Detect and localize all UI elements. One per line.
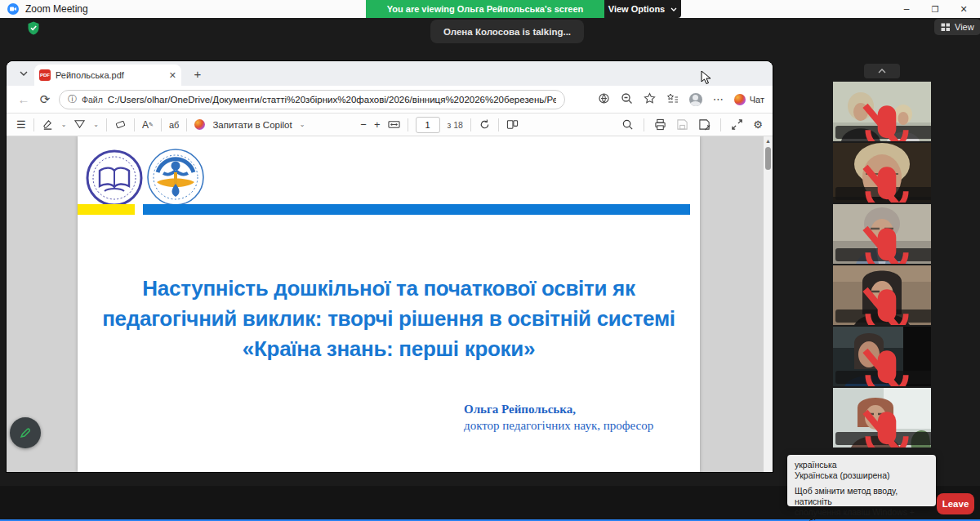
refresh-icon[interactable]: ⟳ [34, 92, 56, 107]
close-button[interactable]: ✕ [951, 0, 976, 18]
ime-language-popup: українська Українська (розширена) Щоб зм… [787, 455, 936, 506]
muted-mic-icon [838, 164, 931, 203]
restore-button[interactable]: ❐ [923, 0, 947, 18]
security-shield-icon[interactable] [27, 21, 40, 38]
slide-accent-bar-blue [143, 204, 690, 215]
annotate-pen-button[interactable] [10, 417, 41, 448]
ime-line: Українська (розширена) [795, 470, 929, 481]
back-icon[interactable]: ← [13, 92, 34, 106]
pdf-viewport: Наступність дошкільної та початкової осв… [7, 136, 773, 472]
browser-tab-strip: PDF Рейпольська.pdf ✕ + [7, 61, 773, 86]
window-titlebar: Zoom Meeting You are viewing Ольга Рейпо… [0, 0, 980, 18]
slide-author-block: Ольга Рейпольська, доктор педагогічних н… [464, 401, 653, 434]
slide-author-name: Ольга Рейпольська, [464, 401, 653, 417]
add-text-icon[interactable]: A✎ [142, 119, 154, 131]
chevron-down-icon [670, 7, 677, 11]
muted-mic-icon [838, 103, 931, 142]
participant-video[interactable]: Тетяна Кривошея [833, 82, 931, 141]
tab-search-chevron-icon[interactable] [13, 65, 34, 82]
chevron-up-icon [878, 69, 886, 73]
browser-address-bar: ← ⟳ ⓘ Файл C:/Users/olhar/OneDrive/Докум… [7, 86, 773, 114]
search-icon[interactable] [621, 118, 634, 131]
copilot-icon [734, 94, 746, 105]
tab-title: Рейпольська.pdf [56, 70, 164, 80]
view-layout-button[interactable]: View [934, 19, 980, 35]
chevron-down-icon[interactable]: ⌄ [93, 121, 99, 128]
edge-browser-window: PDF Рейпольська.pdf ✕ + ← ⟳ ⓘ Файл C:/Us… [7, 61, 773, 472]
chevron-down-icon[interactable]: ⌄ [61, 121, 67, 128]
pdf-scrollbar[interactable]: ▲ [764, 136, 773, 472]
collapse-videos-button[interactable] [864, 64, 900, 78]
participant-video[interactable]: Неля Скрипник [833, 388, 931, 448]
zoom-in-button[interactable]: + [374, 118, 381, 131]
tab-close-icon[interactable]: ✕ [169, 70, 176, 81]
highlighter-icon[interactable] [42, 118, 54, 131]
scrollbar-thumb[interactable] [765, 147, 771, 170]
minimize-button[interactable]: – [894, 0, 919, 18]
fullscreen-icon[interactable] [731, 118, 743, 131]
zoom-out-button[interactable]: − [360, 118, 367, 131]
page-view-icon[interactable] [506, 118, 519, 131]
copilot-icon [194, 119, 205, 130]
view-options-label: View Options [608, 4, 665, 14]
new-tab-button[interactable]: + [188, 64, 207, 83]
url-text: C:/Users/olhar/OneDrive/Документи/статті… [108, 95, 556, 105]
print-icon[interactable] [654, 118, 666, 131]
collections-icon[interactable] [666, 92, 679, 107]
profile-avatar[interactable] [689, 93, 702, 106]
ime-line: сполучення клавіш Windows + пробіл. [795, 507, 929, 521]
slide-title: Наступність дошкільної та початкової осв… [100, 274, 677, 364]
scroll-up-icon[interactable]: ▲ [764, 136, 773, 145]
read-aloud-icon[interactable]: аб [169, 120, 179, 130]
pdf-toolbar: ☰ ⌄ ⌄ A✎ аб Запитати в Copilot ⌄ − + [7, 114, 773, 136]
browser-tab[interactable]: PDF Рейпольська.pdf ✕ [34, 65, 181, 86]
muted-mic-icon [838, 409, 931, 448]
slide-page: Наступність дошкільної та початкової осв… [78, 136, 700, 472]
page-total-label: з 18 [448, 120, 463, 130]
active-speaker-toast: Олена Колосова is talking... [430, 20, 584, 43]
draw-pen-icon[interactable] [74, 118, 86, 131]
copilot-chat-label: Чат [750, 95, 764, 105]
chevron-down-icon[interactable]: ⌄ [300, 121, 305, 128]
toc-icon[interactable]: ☰ [16, 118, 26, 131]
page-number-input[interactable]: 1 [416, 117, 440, 133]
view-options-button[interactable]: View Options [604, 0, 681, 18]
participant-video[interactable]: Liudmyla Peretiaha [833, 204, 931, 264]
ime-line: українська [795, 460, 929, 470]
muted-mic-icon [838, 348, 931, 387]
institute-of-pedagogy-logo [146, 148, 205, 207]
slide-author-title: доктор педагогічних наук, професор [464, 417, 653, 434]
more-menu-icon[interactable]: ⋯ [713, 93, 724, 105]
naps-ukraine-logo [86, 149, 143, 207]
page-info-icon[interactable]: ⓘ [68, 93, 77, 105]
browser-essentials-icon[interactable] [598, 92, 610, 107]
participant-video[interactable]: Іщенко Людмила [833, 143, 931, 203]
favorites-star-icon[interactable] [644, 92, 656, 107]
participant-video[interactable]: Федорчук Наталія [833, 265, 931, 325]
mouse-cursor [701, 70, 712, 85]
url-scheme-label: Файл [82, 95, 103, 105]
rotate-icon[interactable] [479, 118, 491, 131]
save-icon [676, 118, 688, 131]
ask-copilot-button[interactable]: Запитати в Copilot [212, 120, 292, 130]
participant-video[interactable]: Светлана [833, 327, 931, 386]
muted-mic-icon [838, 225, 931, 265]
leave-button[interactable]: Leave [937, 493, 974, 514]
ime-line: Щоб змінити метод вводу, натисніть [795, 486, 929, 507]
url-field[interactable]: ⓘ Файл C:/Users/olhar/OneDrive/Документи… [59, 90, 565, 109]
pen-icon [19, 426, 32, 439]
zoom-meeting-window: Zoom Meeting You are viewing Ольга Рейпо… [0, 0, 980, 521]
zoom-out-icon[interactable] [621, 92, 633, 107]
copilot-chat-button[interactable]: Чат [734, 94, 764, 105]
muted-mic-icon [838, 287, 931, 326]
view-button-label: View [955, 22, 974, 32]
screen-share-banner: You are viewing Ольга Рейпольська's scre… [366, 0, 604, 18]
zoom-logo-icon [7, 3, 19, 15]
save-as-icon[interactable] [698, 118, 710, 131]
eraser-icon[interactable] [114, 118, 127, 131]
settings-gear-icon[interactable]: ⚙ [753, 118, 763, 131]
window-title: Zoom Meeting [25, 3, 88, 15]
slide-accent-bar-yellow [78, 204, 135, 215]
fit-width-icon[interactable] [388, 118, 400, 131]
grid-view-icon [941, 22, 951, 32]
